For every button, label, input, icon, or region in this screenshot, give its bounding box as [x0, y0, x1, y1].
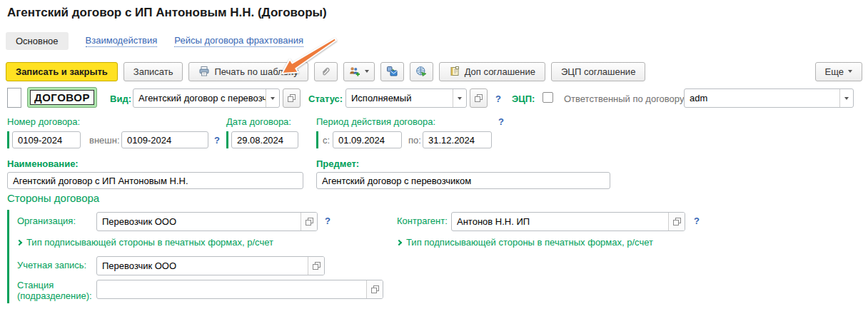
external-number-label: внешн:	[89, 135, 120, 146]
status-open-button[interactable]	[470, 88, 488, 108]
contract-stamp-label: ДОГОВОР	[30, 90, 94, 105]
external-number-input[interactable]: 0109-2024	[121, 131, 208, 148]
web-refresh-button[interactable]	[410, 62, 433, 81]
dop-agreement-button[interactable]: Доп соглашение	[439, 62, 545, 81]
tab-main[interactable]: Основное	[6, 32, 69, 50]
counterparty-help[interactable]: ?	[694, 216, 700, 226]
save-and-close-button[interactable]: Записать и закрыть	[6, 62, 118, 81]
status-help[interactable]: ?	[495, 93, 501, 104]
send-email-button[interactable]	[380, 62, 404, 81]
contract-date-input[interactable]: 29.08.2024	[231, 131, 298, 148]
chevron-down-icon	[365, 70, 369, 73]
name-input[interactable]: Агентский договор с ИП Антоновым Н.Н.	[7, 172, 303, 189]
chevron-right-icon	[16, 240, 22, 245]
tab-bar: Основное Взаимодействия Рейсы договора ф…	[6, 31, 303, 50]
period-to-label: по:	[408, 135, 421, 146]
contract-number-label: Номер договора:	[7, 116, 80, 127]
open-icon[interactable]	[308, 257, 324, 275]
responsible-label: Ответственный по договору:	[564, 93, 687, 104]
document-icon	[449, 66, 460, 77]
name-label: Наименование:	[7, 158, 79, 169]
flag-box[interactable]	[7, 88, 21, 108]
open-icon	[288, 94, 296, 102]
page-title: Агентский договор с ИП Антоновым Н.Н. (Д…	[7, 6, 327, 20]
period-from-input[interactable]: 01.09.2024	[333, 131, 402, 148]
chevron-right-icon	[396, 240, 402, 245]
paperclip-icon	[320, 66, 331, 77]
status-select[interactable]: Исполняемый	[345, 88, 467, 108]
counterparty-input[interactable]: Антонов Н.Н. ИП	[451, 212, 685, 231]
station-input[interactable]	[96, 280, 383, 299]
ecp-checkbox[interactable]	[542, 92, 553, 103]
contract-period-label: Период действия договора:	[316, 116, 435, 127]
account-input[interactable]: Перевозчик ООО	[96, 256, 325, 275]
contract-stamp: ДОГОВОР	[27, 87, 97, 108]
section-bar	[7, 210, 9, 303]
chevron-down-icon[interactable]	[839, 89, 853, 107]
send-email-icon	[386, 66, 398, 77]
subject-label: Предмет:	[316, 158, 359, 169]
contract-form-window: Агентский договор с ИП Антоновым Н.Н. (Д…	[0, 0, 868, 309]
ecp-label: ЭЦП:	[512, 93, 535, 104]
parties-section-title: Стороны договора	[7, 192, 99, 204]
period-to-input[interactable]: 31.12.2024	[423, 131, 492, 148]
save-button[interactable]: Записать	[123, 62, 183, 81]
chevron-down-icon[interactable]	[453, 89, 466, 107]
print-by-template-label: Печать по шаблону	[214, 66, 298, 77]
period-help[interactable]: ?	[498, 116, 504, 127]
subject-input[interactable]: Агентский договор с перевозчиком	[316, 172, 610, 189]
more-button[interactable]: Еще	[815, 62, 862, 81]
print-by-template-button[interactable]: Печать по шаблону	[188, 62, 308, 81]
chevron-down-icon[interactable]	[266, 89, 279, 107]
responsible-select[interactable]: adm	[684, 88, 854, 108]
contract-date-label: Дата договора:	[226, 116, 291, 127]
required-bar	[7, 131, 9, 148]
kind-select[interactable]: Агентский договор с перевозчи	[133, 88, 280, 108]
kind-open-button[interactable]	[283, 88, 301, 108]
chevron-down-icon	[848, 70, 852, 73]
add-contact-button[interactable]	[343, 62, 375, 81]
kind-label: Вид:	[110, 93, 131, 104]
sign-type-link-counterparty[interactable]: Тип подписывающей стороны в печатных фор…	[397, 237, 653, 248]
required-bar	[316, 131, 318, 148]
open-icon	[475, 94, 483, 102]
globe-arrow-icon	[415, 66, 427, 77]
toolbar: Записать и закрыть Записать Печать по ша…	[6, 61, 862, 81]
number-help[interactable]: ?	[214, 135, 220, 146]
account-label: Учетная запись:	[17, 260, 86, 270]
people-add-icon	[348, 66, 360, 77]
status-label: Статус:	[308, 93, 343, 104]
period-from-label: с:	[323, 135, 330, 146]
open-icon[interactable]	[668, 213, 685, 231]
sign-type-link-org[interactable]: Тип подписывающей стороны в печатных фор…	[17, 237, 273, 248]
open-icon[interactable]	[301, 213, 317, 231]
dop-agreement-label: Доп соглашение	[465, 66, 535, 77]
station-label: Станция (подразделение):	[17, 280, 96, 301]
organization-label: Организация:	[17, 216, 76, 226]
counterparty-label: Контрагент:	[397, 216, 448, 226]
open-icon[interactable]	[366, 280, 383, 298]
more-label: Еще	[825, 66, 844, 77]
organization-help[interactable]: ?	[325, 216, 330, 226]
tab-interactions[interactable]: Взаимодействия	[86, 35, 158, 47]
attach-file-button[interactable]	[314, 62, 338, 81]
organization-input[interactable]: Перевозчик ООО	[96, 212, 318, 231]
tab-charter-trips[interactable]: Рейсы договора фрахтования	[174, 35, 303, 47]
contract-number-input[interactable]: 0109-2024	[12, 131, 81, 148]
ecp-agreement-button[interactable]: ЭЦП соглашение	[551, 62, 645, 81]
required-bar	[226, 131, 228, 148]
printer-icon	[198, 66, 210, 77]
